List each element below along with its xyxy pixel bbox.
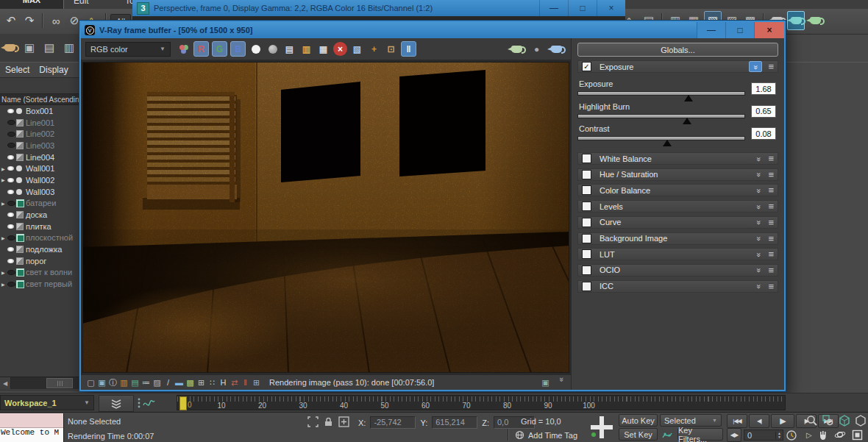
- slider-value-field[interactable]: 0.08: [751, 127, 776, 140]
- detail-view-icon[interactable]: ▥: [61, 39, 77, 57]
- scroll-left-button[interactable]: ◀: [0, 377, 11, 389]
- temp-folder-icon[interactable]: ▢: [85, 377, 96, 388]
- expand-chevron-icon[interactable]: »: [755, 285, 764, 288]
- zoom-icon[interactable]: [806, 415, 818, 427]
- visibility-eye-icon[interactable]: [7, 235, 16, 240]
- slider-value-field[interactable]: 1.68: [751, 82, 776, 95]
- explorer-item[interactable]: ▶свет первый: [0, 278, 79, 290]
- select-and-link-icon[interactable]: ∞: [48, 12, 64, 29]
- annotate-icon[interactable]: /: [163, 377, 174, 388]
- add-time-tag[interactable]: Add Time Tag: [528, 431, 577, 440]
- viewport-minimize-button[interactable]: —: [539, 0, 568, 16]
- visibility-eye-icon[interactable]: [7, 213, 16, 217]
- explorer-item[interactable]: плитка: [0, 221, 79, 232]
- explorer-item[interactable]: Wall003: [0, 186, 79, 198]
- visibility-eye-icon[interactable]: [7, 201, 16, 206]
- explorer-item[interactable]: ▶батареи: [0, 198, 79, 210]
- slider-thumb[interactable]: [663, 140, 672, 146]
- highlight-burn-slider[interactable]: [577, 114, 745, 118]
- zoom-extents-icon[interactable]: [839, 415, 850, 427]
- section-menu-icon[interactable]: ≡: [768, 265, 774, 276]
- section-background-image[interactable]: Background Image»≡: [577, 232, 778, 245]
- visibility-eye-icon[interactable]: [7, 109, 16, 113]
- duplicate-to-host-button[interactable]: ▧: [350, 42, 364, 56]
- explorer-item[interactable]: подложка: [0, 243, 79, 255]
- explorer-item[interactable]: ▶Wall002: [0, 174, 79, 186]
- blue-channel-button[interactable]: B: [230, 41, 246, 57]
- section-checkbox[interactable]: [582, 234, 591, 243]
- section-menu-icon[interactable]: ≡: [768, 217, 774, 228]
- listener-macro-pane[interactable]: [0, 413, 63, 428]
- region-render-button[interactable]: ⊡: [384, 42, 398, 56]
- explorer-item[interactable]: порог: [0, 255, 79, 267]
- time-scrubber[interactable]: [179, 396, 187, 410]
- h-channel-icon[interactable]: H: [218, 377, 229, 388]
- explorer-item[interactable]: Line004: [0, 152, 79, 163]
- menu-edit[interactable]: Edit: [74, 0, 89, 6]
- explorer-horizontal-scrollbar[interactable]: ◀: [0, 377, 79, 389]
- key-filter-set-dropdown[interactable]: Selected▼: [660, 414, 722, 427]
- zoom-region-icon[interactable]: [822, 415, 834, 427]
- maxscript-mini-listener[interactable]: Welcome to M: [0, 413, 64, 442]
- image-cache-icon[interactable]: ▣: [96, 377, 107, 388]
- set-key-button[interactable]: Set Key: [619, 428, 658, 441]
- workspace-dropdown[interactable]: Workspace_1▼: [0, 395, 94, 410]
- pixel-grid-icon[interactable]: ⊞: [196, 377, 207, 388]
- rgb-circles-icon[interactable]: [177, 42, 191, 56]
- green-channel-button[interactable]: G: [212, 41, 227, 57]
- slider-thumb[interactable]: [683, 118, 691, 124]
- listener-script-pane[interactable]: Welcome to M: [0, 428, 63, 442]
- swap-compare-icon[interactable]: ⇄: [229, 377, 240, 388]
- visibility-eye-icon[interactable]: [7, 178, 16, 182]
- visibility-eye-icon[interactable]: [7, 143, 16, 148]
- explorer-item[interactable]: Line001: [0, 117, 79, 129]
- redo-icon[interactable]: ↷: [21, 12, 38, 29]
- image-preview-icon[interactable]: ▣: [21, 39, 38, 57]
- stereo-bars-icon[interactable]: ‖: [240, 377, 251, 388]
- viewport-maximize-button[interactable]: □: [568, 0, 597, 16]
- section-levels[interactable]: Levels»≡: [577, 200, 778, 213]
- auto-key-button[interactable]: Auto Key: [619, 414, 658, 427]
- visibility-eye-icon[interactable]: [7, 132, 16, 137]
- expand-chevron-icon[interactable]: »: [755, 221, 764, 224]
- expander-icon[interactable]: ▶: [1, 166, 7, 171]
- section-menu-icon[interactable]: ≡: [768, 281, 774, 292]
- section-menu-icon[interactable]: ≡: [768, 201, 774, 212]
- go-to-start-button[interactable]: |◀◀: [727, 414, 747, 428]
- info-icon[interactable]: ⓘ: [107, 377, 118, 388]
- section-checkbox[interactable]: [582, 185, 591, 195]
- preview-thumb-icon[interactable]: ▣: [540, 377, 551, 388]
- y-coordinate-field[interactable]: 615,214: [432, 416, 477, 429]
- vfb-maximize-button[interactable]: □: [725, 22, 754, 38]
- vfb-channel-dropdown[interactable]: RGB color▼: [85, 42, 171, 57]
- maximize-viewport-icon[interactable]: [852, 429, 863, 441]
- section-checkbox[interactable]: [582, 265, 591, 275]
- previous-frame-button[interactable]: ◀|: [749, 414, 769, 428]
- isolate-layers-button[interactable]: [99, 395, 134, 412]
- section-checkbox[interactable]: [582, 249, 591, 259]
- visibility-eye-icon[interactable]: [7, 224, 16, 229]
- section-menu-icon[interactable]: ≡: [768, 185, 774, 196]
- viewport-close-button[interactable]: ×: [597, 0, 625, 16]
- vfb-minimize-button[interactable]: —: [697, 22, 725, 38]
- visibility-eye-icon[interactable]: [7, 282, 16, 287]
- current-frame-spinner[interactable]: 0 ▲▼: [744, 429, 783, 441]
- levels-panel-icon[interactable]: ≔: [140, 377, 152, 388]
- image-adjust-icon[interactable]: ▨: [152, 377, 163, 388]
- vfb-titlebar[interactable]: V V-Ray frame buffer - [50% of 1500 x 95…: [81, 22, 784, 38]
- color-sample-icon[interactable]: ▩: [185, 377, 196, 388]
- expand-chevron-icon[interactable]: »: [755, 204, 764, 208]
- collapse-statusbar-icon[interactable]: »: [555, 377, 566, 388]
- expander-icon[interactable]: ▶: [1, 177, 7, 182]
- section-menu-icon[interactable]: ≡: [768, 249, 774, 260]
- orbit-icon[interactable]: [834, 429, 846, 441]
- explorer-item[interactable]: ▶свет к волни: [0, 267, 79, 279]
- explorer-column-header[interactable]: Name (Sorted Ascending: [0, 93, 79, 105]
- explorer-item[interactable]: ▶плоскостной: [0, 232, 79, 244]
- vfb-close-button[interactable]: ×: [754, 22, 784, 38]
- explorer-menu-display[interactable]: Display: [39, 65, 68, 75]
- section-checkbox[interactable]: [582, 218, 591, 227]
- load-image-button[interactable]: ▥: [299, 42, 313, 56]
- expand-chevron-icon[interactable]: »: [755, 268, 764, 272]
- max-app-button[interactable]: MAX: [0, 0, 64, 9]
